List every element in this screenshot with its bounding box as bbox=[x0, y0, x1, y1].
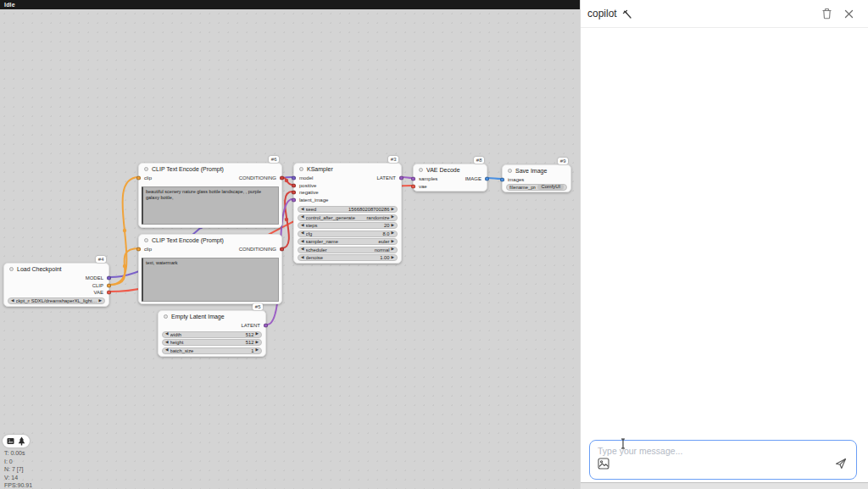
input-label: clip bbox=[144, 247, 152, 252]
node-vae-decode[interactable]: #8 VAE Decode samples IMAGE vae bbox=[413, 164, 487, 192]
widget-filename-prefix[interactable]: filename_prefix ComfyUI bbox=[506, 184, 567, 191]
collapse-dot-icon[interactable] bbox=[9, 267, 14, 271]
output-port-model[interactable] bbox=[107, 276, 111, 281]
input-port-vae[interactable] bbox=[411, 184, 415, 188]
input-port-images[interactable] bbox=[500, 178, 504, 182]
chat-input-placeholder: Type your message... bbox=[598, 446, 682, 456]
input-label: clip bbox=[144, 175, 152, 181]
increment-icon[interactable]: ▶ bbox=[391, 256, 394, 260]
decrement-icon[interactable]: ◀ bbox=[301, 224, 304, 228]
clear-chat-button[interactable] bbox=[819, 6, 834, 21]
chat-input-box[interactable]: Type your message... bbox=[589, 440, 857, 480]
prompt-textarea[interactable]: text, watermark bbox=[142, 258, 279, 302]
widget-width[interactable]: ◀ width 512 ▶ bbox=[162, 331, 262, 338]
prompt-textarea[interactable]: beautiful scenery nature glass bottle la… bbox=[142, 186, 279, 225]
input-port-model[interactable] bbox=[292, 176, 296, 181]
node-title: Load Checkpoint bbox=[17, 266, 62, 272]
app-window: #6 CLIP Text Encode (Prompt) clip CONDIT… bbox=[0, 0, 868, 489]
decrement-icon[interactable]: ◀ bbox=[165, 348, 169, 353]
decrement-icon[interactable]: ◀ bbox=[301, 247, 304, 252]
tree-icon[interactable] bbox=[18, 436, 25, 446]
node-id-badge: #8 bbox=[474, 157, 484, 164]
increment-icon[interactable]: ▶ bbox=[255, 341, 259, 345]
input-port-negative[interactable] bbox=[292, 191, 296, 195]
node-id-badge: #5 bbox=[253, 303, 263, 311]
node-title: CLIP Text Encode (Prompt) bbox=[152, 237, 224, 243]
decrement-icon[interactable]: ◀ bbox=[301, 208, 304, 212]
widget-height[interactable]: ◀ height 512 ▶ bbox=[162, 339, 262, 346]
increment-icon[interactable]: ▶ bbox=[255, 348, 259, 353]
output-label: LATENT bbox=[241, 323, 260, 328]
node-id-badge: #3 bbox=[388, 156, 398, 164]
input-port-latent-image[interactable] bbox=[292, 197, 296, 202]
close-panel-button[interactable] bbox=[841, 6, 856, 21]
widget-control-after-generate[interactable]: ◀ control_after_generate randomize ▶ bbox=[298, 214, 398, 221]
collapse-dot-icon[interactable] bbox=[299, 167, 303, 171]
link-dot bbox=[285, 179, 288, 182]
widget-sampler-name[interactable]: ◀ sampler_name euler ▶ bbox=[298, 238, 398, 245]
input-port-clip[interactable] bbox=[136, 176, 141, 181]
collapse-dot-icon[interactable] bbox=[164, 314, 168, 319]
node-clip-text-encode-positive[interactable]: #6 CLIP Text Encode (Prompt) clip CONDIT… bbox=[138, 163, 282, 228]
output-port-image[interactable] bbox=[485, 177, 489, 181]
increment-icon[interactable]: ▶ bbox=[255, 332, 259, 336]
decrement-icon[interactable]: ◀ bbox=[165, 341, 169, 345]
image-icon[interactable] bbox=[7, 437, 14, 445]
widget-seed[interactable]: ◀ seed 156680208700286 ▶ bbox=[298, 206, 398, 213]
output-port-vae[interactable] bbox=[107, 291, 111, 295]
decrement-icon[interactable]: ◀ bbox=[165, 332, 169, 336]
increment-icon[interactable]: ▶ bbox=[391, 240, 394, 244]
decrement-icon[interactable]: ◀ bbox=[301, 215, 304, 219]
increment-icon[interactable]: ▶ bbox=[391, 231, 394, 236]
node-save-image[interactable]: #9 Save Image images filename_prefix Com… bbox=[502, 164, 571, 192]
collapse-dot-icon[interactable] bbox=[144, 167, 148, 171]
stat-fps: FPS:90.91 bbox=[4, 481, 32, 489]
increment-icon[interactable]: ▶ bbox=[391, 208, 394, 212]
stat-iterations: I: 0 bbox=[4, 458, 32, 466]
stat-version: V: 14 bbox=[4, 474, 32, 482]
image-icon bbox=[598, 458, 609, 470]
decrement-icon[interactable]: ◀ bbox=[301, 240, 304, 244]
widget-cfg[interactable]: ◀ cfg 8.0 ▶ bbox=[298, 231, 398, 237]
attach-image-button[interactable] bbox=[598, 458, 609, 473]
node-ksampler[interactable]: #3 KSampler model LATENT positive negati… bbox=[293, 163, 402, 264]
send-button[interactable] bbox=[835, 458, 847, 473]
canvas-toolbar[interactable] bbox=[3, 435, 30, 447]
widget-scheduler[interactable]: ◀ scheduler normal ▶ bbox=[298, 247, 398, 253]
input-label: images bbox=[508, 177, 524, 182]
output-port-latent[interactable] bbox=[399, 176, 403, 181]
decrement-icon[interactable]: ◀ bbox=[301, 256, 304, 260]
widget-denoise[interactable]: ◀ denoise 1.00 ▶ bbox=[298, 254, 398, 261]
increment-icon[interactable]: ▶ bbox=[391, 215, 394, 219]
output-port-conditioning[interactable] bbox=[280, 247, 284, 252]
input-port-positive[interactable] bbox=[292, 183, 296, 187]
decrement-icon[interactable]: ◀ bbox=[301, 231, 304, 236]
widget-ckpt-name[interactable]: ◀ ckpt_name SDXL/dreamshaperXL_light… ▶ bbox=[8, 297, 105, 304]
input-label: samples bbox=[419, 176, 437, 181]
decrement-icon[interactable]: ◀ bbox=[11, 299, 14, 303]
node-load-checkpoint[interactable]: #4 Load Checkpoint MODEL CLIP VAE ◀ ckpt… bbox=[3, 263, 109, 307]
output-label: VAE bbox=[93, 290, 103, 295]
increment-icon[interactable]: ▶ bbox=[98, 299, 102, 303]
increment-icon[interactable]: ▶ bbox=[391, 224, 394, 228]
input-port-samples[interactable] bbox=[411, 177, 415, 181]
input-port-clip[interactable] bbox=[136, 247, 141, 252]
copilot-header: copilot bbox=[581, 0, 868, 28]
increment-icon[interactable]: ▶ bbox=[391, 247, 394, 252]
widget-steps[interactable]: ◀ steps 20 ▶ bbox=[298, 222, 398, 229]
graph-canvas[interactable]: #6 CLIP Text Encode (Prompt) clip CONDIT… bbox=[0, 0, 580, 489]
node-clip-text-encode-negative[interactable]: CLIP Text Encode (Prompt) clip CONDITION… bbox=[138, 234, 282, 304]
output-port-conditioning[interactable] bbox=[280, 176, 284, 181]
output-port-clip[interactable] bbox=[107, 283, 111, 287]
node-empty-latent-image[interactable]: #5 Empty Latent Image LATENT ◀ width 512… bbox=[158, 310, 266, 357]
collapse-dot-icon[interactable] bbox=[144, 238, 148, 242]
output-label: IMAGE bbox=[465, 176, 481, 181]
collapse-dot-icon[interactable] bbox=[419, 168, 423, 172]
text-cursor bbox=[620, 437, 626, 453]
panel-footer-bar bbox=[581, 482, 868, 489]
node-links bbox=[0, 0, 580, 489]
hammer-icon bbox=[621, 8, 632, 19]
output-port-latent[interactable] bbox=[264, 324, 268, 328]
collapse-dot-icon[interactable] bbox=[508, 169, 512, 173]
widget-batch-size[interactable]: ◀ batch_size 1 ▶ bbox=[162, 347, 262, 354]
